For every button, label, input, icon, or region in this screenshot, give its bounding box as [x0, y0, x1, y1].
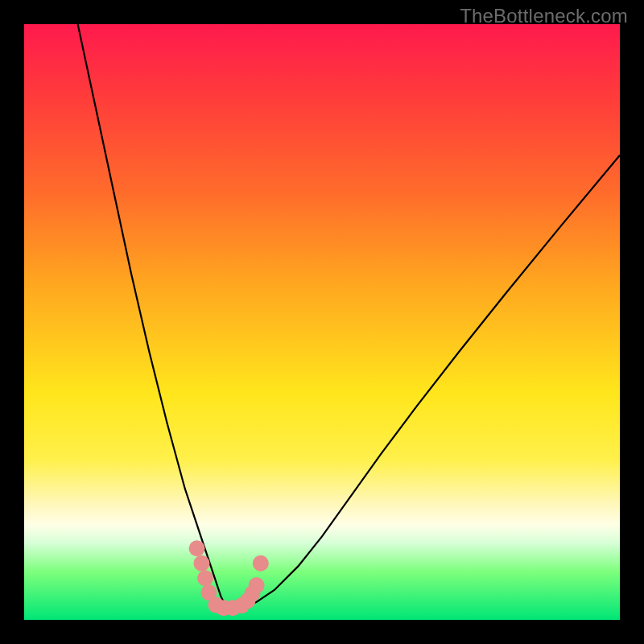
chart-svg [24, 24, 620, 620]
highlight-dot [253, 555, 269, 572]
highlight-dot [197, 570, 213, 586]
highlight-dot [249, 577, 265, 593]
highlight-dot [189, 540, 205, 556]
highlight-dot [194, 555, 210, 572]
chart-plot-area [24, 24, 620, 620]
bottleneck-curve [78, 24, 620, 608]
highlight-dots [189, 540, 269, 616]
